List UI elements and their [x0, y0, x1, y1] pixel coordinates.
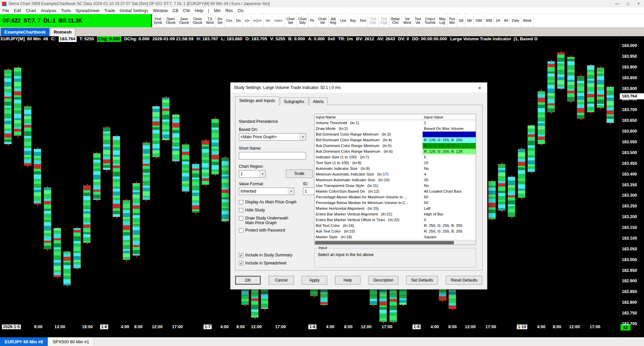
table-row[interactable]: Text Size (1 to 100) (In:8)10	[314, 160, 476, 166]
toolbar-button-1h[interactable]: 1H	[494, 14, 502, 27]
minimize-button[interactable]: —	[612, 0, 622, 7]
tab-subgraphs[interactable]: Subgraphs	[280, 97, 308, 105]
toolbar-button-ptr[interactable]: Ptr	[308, 14, 316, 27]
toolbar-button-nav-10[interactable]: >|<	[264, 14, 272, 27]
table-row[interactable]: Use Transparent Draw Style (In:11)No	[314, 183, 476, 189]
menu-item-file[interactable]: File	[0, 8, 11, 13]
cancel-button[interactable]: Cancel	[268, 276, 294, 285]
description-button[interactable]: Description	[368, 276, 398, 285]
menu-item-global-settings[interactable]: Global Settings	[117, 8, 151, 13]
checkbox-box[interactable]	[239, 228, 243, 233]
toolbar-button-adj-reg[interactable]: AdjReg	[329, 14, 338, 27]
toolbar-button-close-cbook[interactable]: CloseCbook	[191, 14, 204, 27]
table-row[interactable]: Marker Horizontal Alignment (In:15)Left	[314, 206, 476, 211]
toolbar-button-line[interactable]: Line	[338, 14, 348, 27]
chevron-down-icon[interactable]: ▾	[259, 170, 265, 177]
toolbar-button-1m[interactable]: 1M	[457, 14, 465, 27]
table-row[interactable]: Ask Text Color (In:23)R: 255, G: 255, B:…	[314, 229, 476, 234]
scale-button[interactable]: Scale	[286, 169, 313, 178]
checkbox-box[interactable]: ✓	[239, 253, 243, 257]
ok-button[interactable]: OK	[235, 276, 261, 285]
checkbox-draw-study-underneath-main-price-graph[interactable]: Draw Study Underneath Main Price Graph	[239, 216, 288, 225]
menu-item-cw[interactable]: CW	[181, 8, 192, 13]
chevron-down-icon[interactable]: ▾	[288, 188, 294, 195]
toolbar-button-nav-11[interactable]: >>|<<	[272, 14, 285, 27]
input-name-header[interactable]: Input Name	[314, 114, 423, 120]
checkbox-include-in-study-summary[interactable]: ✓Include in Study Summary	[239, 253, 292, 257]
chart-region-select[interactable]: 1 ▾	[239, 170, 266, 178]
bottom-tab-spx500-60-min-1[interactable]: SPX500 60 Min #1	[48, 337, 94, 346]
table-row[interactable]: Marker Color/Size Based On (In:12)All Lo…	[314, 189, 476, 194]
menu-item-trade[interactable]: Trade	[102, 8, 117, 13]
toolbar-button-save-cbook[interactable]: SaveCbook	[177, 14, 191, 27]
menu-item-analysis[interactable]: Analysis	[38, 8, 59, 13]
toolbar-button-tool-val[interactable]: ToolVal	[413, 14, 423, 27]
toolbar-button-open-cbook[interactable]: OpenCbook	[164, 14, 178, 27]
toolbar-button-text[interactable]: Text	[358, 14, 368, 27]
toolbar-button-msg-log[interactable]: MsgLog	[437, 14, 447, 27]
dialog-titlebar[interactable]: Study Settings: Large Volume Trade Indic…	[230, 83, 487, 93]
dialog-close-button[interactable]: ×	[472, 83, 487, 93]
menu-item-res[interactable]: Res	[223, 8, 235, 13]
toolbar-button-tool-cfg2[interactable]: ToolCfg2	[379, 14, 389, 27]
toolbar-button-con[interactable]: Con	[224, 14, 234, 27]
checkbox-box[interactable]: ✓	[239, 261, 243, 265]
table-row[interactable]: Maximum Automatic Indicator Size (In:10)…	[314, 177, 476, 183]
table-row[interactable]: Minimum Automatic Indicator Size (In:17)…	[314, 171, 476, 177]
table-row[interactable]: Bid Text Color (In:16)R: 255, G: 255, B:…	[314, 223, 476, 229]
menu-item-tools[interactable]: Tools	[59, 8, 73, 13]
toolbar-button-daily[interactable]: Daily	[510, 14, 521, 27]
menu-item-cb[interactable]: CB	[170, 8, 180, 13]
chartbook-tab-examplechartbook[interactable]: ExampleChartbook	[1, 28, 49, 36]
table-row[interactable]: Entire Bar Marker Vertical Offset in Tic…	[314, 217, 476, 223]
value-format-select[interactable]: Inherited ▾	[239, 188, 294, 195]
menu-item-min[interactable]: Min	[212, 8, 223, 13]
table-row[interactable]: Bid Dominant Color Range Minimum (In:3)	[314, 132, 476, 137]
toolbar-button-t-s-wind[interactable]: T,SWind	[204, 14, 216, 27]
close-button[interactable]: ×	[633, 0, 644, 7]
chevron-down-icon[interactable]: ▾	[300, 134, 306, 140]
checkbox-include-in-spreadsheet[interactable]: ✓Include in Spreadsheet	[239, 261, 287, 265]
help-button[interactable]: Help	[335, 276, 360, 285]
checkbox-box[interactable]	[239, 200, 243, 204]
short-name-input[interactable]	[239, 152, 306, 159]
table-row[interactable]: Percentage Below Median for Minimum Volu…	[314, 200, 476, 206]
menu-item-cls[interactable]: Cls	[235, 8, 246, 13]
table-row[interactable]: Entire Bar Marker Vertical Alignment (In…	[314, 211, 476, 217]
table-row[interactable]: Draw Mode (In:2)Based On Max Volume	[314, 126, 476, 132]
table-row[interactable]: Ask Dominant Color Range Minimum (In:5)R…	[314, 143, 476, 149]
menu-item-help[interactable]: Help	[192, 8, 206, 13]
toolbar-button-chart-stdy[interactable]: ChartStdy	[297, 14, 308, 27]
toolbar-button-tool-cfg1[interactable]: ToolCfg1	[368, 14, 379, 27]
toolbar-button-srv-set[interactable]: SrvSet	[216, 14, 224, 27]
menu-item-edit[interactable]: Edit	[11, 8, 24, 13]
toolbar-button-cmpct-toolval[interactable]: CmpctToolVal	[423, 14, 437, 27]
table-row[interactable]: Automatic Indicator Size (In:9)No	[314, 166, 476, 171]
toolbar-button-15m[interactable]: 15M	[474, 14, 484, 27]
toolbar-button-week[interactable]: Week	[521, 14, 533, 27]
table-row[interactable]: Percentage Above Median for Maximum Volu…	[314, 194, 476, 200]
table-row[interactable]: Ask Dominant Color Range Maximum (In:6)R…	[314, 149, 476, 154]
toolbar-button-nav-9[interactable]: <<|>>	[251, 14, 264, 27]
menu-item-window[interactable]: Window	[151, 8, 170, 13]
horizontal-scrollbar[interactable]	[314, 240, 476, 245]
toolbar-button-ray[interactable]: Ray	[348, 14, 358, 27]
toolbar-button-30m[interactable]: 30M	[484, 14, 494, 27]
checkbox-protect-with-password[interactable]: Protect with Password	[239, 228, 285, 233]
apply-button[interactable]: Apply	[302, 276, 327, 285]
based-on-select[interactable]: <Main Price Graph> ▾	[239, 133, 306, 141]
tab-alerts[interactable]: Alerts	[309, 97, 328, 105]
table-row[interactable]: Volume Threshold (In:1)1	[314, 120, 476, 126]
toolbar-button-dis[interactable]: Dis	[234, 14, 243, 27]
menu-item-spreadsheet[interactable]: Spreadsheet	[73, 8, 102, 13]
toolbar-button-chart-val[interactable]: ChartVal	[316, 14, 328, 27]
time-axis[interactable]: 2026-1-59:0013:0018:001-64:008:0012:0017…	[0, 324, 619, 332]
checkbox-box[interactable]	[239, 216, 243, 220]
toolbar-button-find-symb[interactable]: FindSymb	[152, 14, 164, 27]
table-row[interactable]: Bid Dominant Color Range Maximum (In:4)R…	[314, 137, 476, 143]
chartbook-tab-romesh[interactable]: Romesh	[50, 28, 75, 36]
table-row[interactable]: Marker Style (In:18)Square	[314, 234, 476, 240]
input-value-header[interactable]: Input Value	[423, 114, 476, 120]
toolbar-button-4h[interactable]: 4H	[502, 14, 510, 27]
checkbox-hide-study[interactable]: Hide Study	[239, 208, 265, 212]
